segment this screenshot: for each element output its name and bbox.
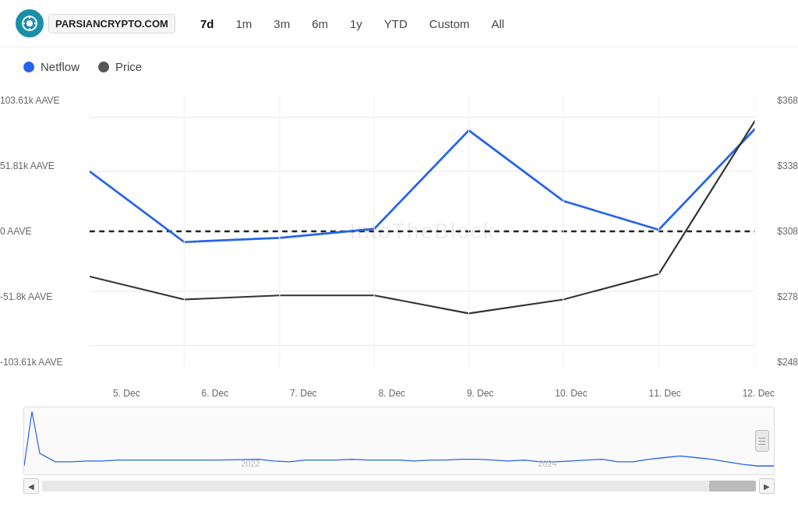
logo-badge: PARSIANCRYPTO.COM <box>16 9 175 37</box>
logo-icon <box>16 9 44 37</box>
netflow-label: Netflow <box>41 60 79 73</box>
scroll-handle[interactable] <box>755 430 769 452</box>
x-label-1: 6. Dec <box>201 388 228 399</box>
time-button-1m[interactable]: 1m <box>226 12 261 35</box>
handle-lines <box>759 438 765 445</box>
y-label-right-2: $308 <box>759 226 798 237</box>
y-label-0: 103.61k AAVE <box>0 95 94 106</box>
x-label-2: 7. Dec <box>290 388 317 399</box>
y-label-right-3: $278 <box>759 291 798 302</box>
mini-chart-area[interactable]: 2022 2024 <box>23 407 775 475</box>
handle-line-3 <box>759 444 765 445</box>
scroll-right-button[interactable]: ▶ <box>759 478 775 494</box>
legend-netflow: Netflow <box>23 60 79 73</box>
x-label-6: 11. Dec <box>648 388 680 399</box>
y-label-right-0: $368 <box>759 95 798 106</box>
y-label-right-4: $248 <box>759 357 798 368</box>
x-axis: 5. Dec 6. Dec 7. Dec 8. Dec 9. Dec 10. D… <box>0 383 798 403</box>
x-label-7: 12. Dec <box>743 388 775 399</box>
price-line <box>90 121 755 314</box>
svg-point-1 <box>26 20 33 26</box>
x-label-0: 5. Dec <box>113 388 140 399</box>
handle-line-2 <box>759 441 765 442</box>
netflow-line <box>90 129 755 241</box>
time-button-7d[interactable]: 7d <box>191 12 224 35</box>
x-label-4: 9. Dec <box>467 388 494 399</box>
time-button-6m[interactable]: 6m <box>302 12 337 35</box>
price-label: Price <box>115 60 142 73</box>
y-label-right-1: $338 <box>759 160 798 171</box>
price-dot <box>98 62 109 72</box>
y-axis-left: 103.61k AAVE 51.81k AAVE 0 AAVE -51.8k A… <box>0 79 94 383</box>
x-label-3: 8. Dec <box>378 388 405 399</box>
netflow-dot <box>23 62 34 72</box>
chart-area: 103.61k AAVE 51.81k AAVE 0 AAVE -51.8k A… <box>0 79 798 383</box>
scroll-left-button[interactable]: ◀ <box>23 478 39 494</box>
scrollbar-thumb[interactable] <box>709 481 756 491</box>
header-bar: PARSIANCRYPTO.COM 7d 1m 3m 6m 1y YTD Cus… <box>0 0 798 48</box>
y-label-1: 51.81k AAVE <box>0 160 94 171</box>
y-label-3: -51.8k AAVE <box>0 291 94 302</box>
time-button-3m[interactable]: 3m <box>264 12 299 35</box>
main-chart-svg <box>90 79 755 383</box>
y-label-4: -103.61k AAVE <box>0 357 94 368</box>
legend-price: Price <box>98 60 142 73</box>
mini-chart-svg <box>24 407 774 474</box>
svg-rect-19 <box>24 407 774 474</box>
time-button-custom[interactable]: Custom <box>420 12 479 35</box>
scrollbar-track[interactable] <box>42 481 756 491</box>
time-button-all[interactable]: All <box>482 12 514 35</box>
time-button-1y[interactable]: 1y <box>341 12 372 35</box>
legend: Netflow Price <box>0 48 798 79</box>
x-label-5: 10. Dec <box>555 388 587 399</box>
chart-svg-wrapper: IntoTheBlock <box>90 79 755 383</box>
scrollbar-area: ◀ ▶ <box>23 478 775 494</box>
handle-line-1 <box>759 438 765 439</box>
time-button-ytd[interactable]: YTD <box>375 12 417 35</box>
logo-text: PARSIANCRYPTO.COM <box>48 14 175 33</box>
y-axis-right: $368 $338 $308 $278 $248 <box>759 79 798 383</box>
y-label-2: 0 AAVE <box>0 226 94 237</box>
